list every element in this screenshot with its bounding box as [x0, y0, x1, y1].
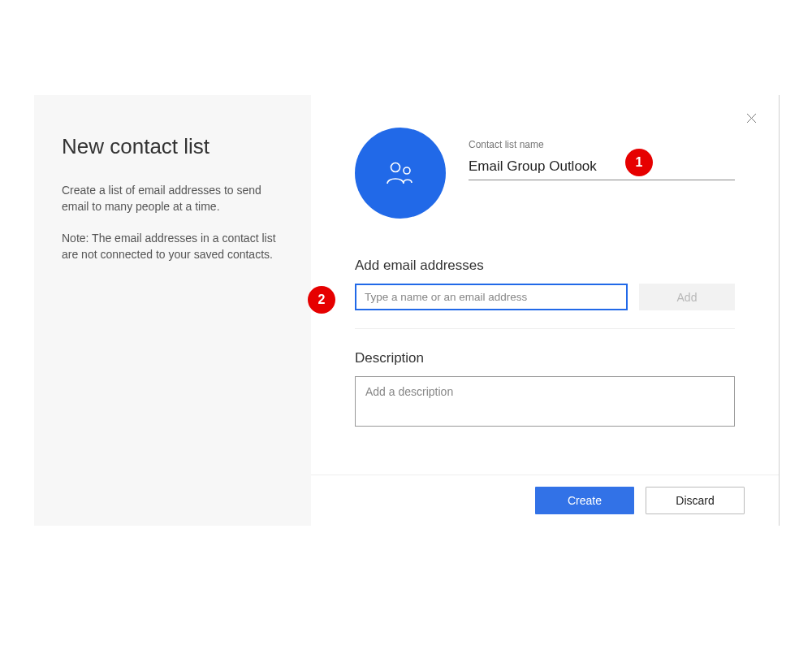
- name-label: Contact list name: [469, 139, 735, 150]
- close-button[interactable]: [743, 110, 759, 126]
- email-input-row: Add: [355, 284, 735, 310]
- header-row: Contact list name: [355, 128, 735, 219]
- annotation-marker-2: 2: [308, 286, 335, 314]
- close-icon: [746, 113, 757, 124]
- annotation-marker-1: 1: [625, 149, 653, 176]
- email-section-label: Add email addresses: [355, 258, 735, 274]
- sidebar-note: Note: The email addresses in a contact l…: [62, 230, 283, 263]
- create-button[interactable]: Create: [535, 487, 634, 514]
- dialog-footer: Create Discard: [311, 474, 779, 526]
- discard-button[interactable]: Discard: [646, 487, 745, 514]
- contact-list-name-input[interactable]: [469, 155, 735, 180]
- contact-list-avatar: [355, 128, 446, 219]
- description-label: Description: [355, 350, 735, 366]
- name-field-group: Contact list name: [469, 128, 735, 180]
- svg-point-3: [404, 167, 410, 174]
- new-contact-list-dialog: New contact list Create a list of email …: [34, 95, 780, 526]
- people-icon: [386, 161, 415, 185]
- description-input[interactable]: [355, 376, 735, 427]
- email-address-input[interactable]: [355, 284, 628, 310]
- sidebar-intro: Create a list of email addresses to send…: [62, 182, 283, 215]
- info-sidebar: New contact list Create a list of email …: [34, 95, 311, 526]
- sidebar-title: New contact list: [62, 134, 283, 159]
- main-panel: Contact list name Add email addresses Ad…: [311, 95, 779, 526]
- divider: [355, 328, 735, 329]
- add-email-button[interactable]: Add: [639, 284, 735, 310]
- svg-point-2: [391, 163, 400, 172]
